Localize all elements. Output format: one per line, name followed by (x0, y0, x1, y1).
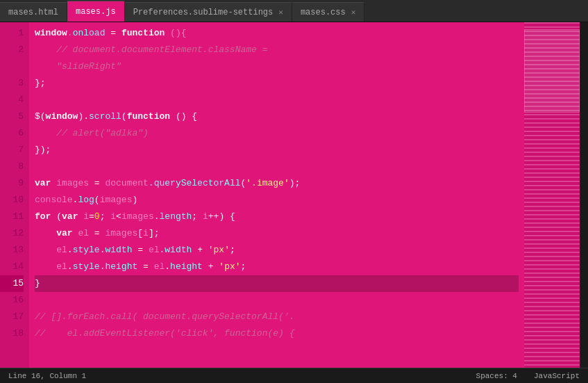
line-num-13: 12 (0, 225, 24, 242)
line-num-2: 2 (0, 42, 24, 58)
line-num-12: 11 (0, 209, 24, 225)
tab-label: mases.js (76, 7, 116, 17)
line-num-6: 5 (0, 108, 24, 125)
line-num-14: 13 (0, 242, 24, 259)
tab-mases-html[interactable]: mases.html (0, 2, 67, 22)
code-area[interactable]: window.onload = function (){ // document… (29, 22, 524, 368)
code-line-17: // [].forEach.call( document.querySelect… (35, 309, 519, 325)
code-line-13: el.style.width = el.width + 'px'; (35, 242, 519, 259)
line-num-5: 4 (0, 92, 24, 108)
line-num-7: 6 (0, 125, 24, 142)
line-num-15: 14 (0, 259, 24, 275)
code-line-16 (35, 292, 519, 309)
line-num-16: 15 (0, 275, 24, 292)
code-line-12: var el = images[i]; (35, 225, 519, 242)
code-line-4 (35, 92, 519, 108)
code-line-2: // document.documentElement.className = (35, 42, 519, 58)
code-line-2b: "slideRight" (35, 58, 519, 75)
tab-label: mases.html (8, 8, 58, 17)
line-num-11: 10 (0, 192, 24, 209)
cursor-position: Line 16, Column 1 (8, 372, 86, 380)
indent-info: Spaces: 4 (476, 372, 517, 380)
code-line-11: for (var i=0; i<images.length; i++) { (35, 209, 519, 225)
line-num-3 (0, 58, 24, 75)
tab-label: mases.css (301, 8, 346, 17)
code-line-14: el.style.height = el.height + 'px'; (35, 259, 519, 275)
line-num-9: 8 (0, 158, 24, 175)
line-num-8: 7 (0, 142, 24, 158)
tab-label: Preferences.sublime-settings (133, 8, 274, 17)
code-line-1: window.onload = function (){ (35, 25, 519, 42)
code-line-18: // el.addEventListener('click', function… (35, 325, 519, 342)
line-num-10: 9 (0, 175, 24, 192)
line-num-4: 3 (0, 75, 24, 92)
minimap-viewport[interactable] (524, 29, 580, 113)
language-info: JavaScript (534, 372, 580, 380)
tab-close-icon[interactable]: ✕ (278, 8, 283, 17)
code-line-5: $(window).scroll(function () { (35, 108, 519, 125)
tab-mases-js[interactable]: mases.js (67, 1, 125, 22)
code-line-15: } (35, 275, 519, 292)
tab-bar: mases.html mases.js Preferences.sublime-… (0, 0, 588, 22)
code-line-10: console.log(images) (35, 192, 519, 209)
code-line-3: }; (35, 75, 519, 92)
tab-close-icon[interactable]: ✕ (351, 8, 356, 17)
status-bar: Line 16, Column 1 Spaces: 4 JavaScript (0, 368, 588, 383)
code-line-9: var images = document.querySelectorAll('… (35, 175, 519, 192)
tab-mases-css[interactable]: mases.css ✕ (292, 2, 364, 22)
code-line-8 (35, 158, 519, 175)
line-numbers: 1 2 3 4 5 6 7 8 9 10 11 12 13 14 15 16 1… (0, 22, 29, 368)
code-line-6: // alert("adlka") (35, 125, 519, 142)
minimap[interactable] (524, 22, 580, 368)
vertical-scrollbar[interactable] (580, 22, 588, 368)
code-line-7: }); (35, 142, 519, 158)
editor-container: 1 2 3 4 5 6 7 8 9 10 11 12 13 14 15 16 1… (0, 22, 588, 368)
line-num-17: 16 (0, 292, 24, 309)
line-num-18: 17 (0, 309, 24, 325)
line-num-1: 1 (0, 25, 24, 42)
tab-preferences[interactable]: Preferences.sublime-settings ✕ (125, 2, 292, 22)
status-right: Spaces: 4 JavaScript (476, 372, 580, 380)
line-num-19: 18 (0, 325, 24, 342)
